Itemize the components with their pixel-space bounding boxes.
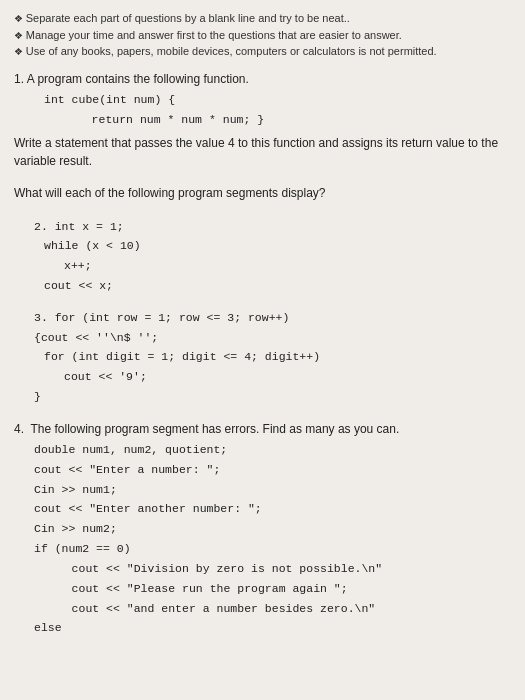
q4-line2: cout << "Enter a number: "; bbox=[34, 461, 511, 479]
q4-line1: double num1, num2, quotient; bbox=[34, 441, 511, 459]
instruction-1: Separate each part of questions by a bla… bbox=[14, 10, 511, 27]
seg3-line1: 3. for (int row = 1; row <= 3; row++) bbox=[34, 309, 511, 327]
q4-text: 4. The following program segment has err… bbox=[14, 420, 511, 439]
q1-code-line2: return num * num * num; } bbox=[64, 111, 511, 129]
q4-line3: Cin >> num1; bbox=[34, 481, 511, 499]
q2-text: What will each of the following program … bbox=[14, 184, 511, 203]
q1-code-line1: int cube(int num) { bbox=[44, 91, 511, 109]
q4-line9: cout << "and enter a number besides zero… bbox=[44, 600, 511, 618]
seg3-line5: } bbox=[34, 388, 511, 406]
q4-line10: else bbox=[34, 619, 511, 637]
seg2-line2: while (x < 10) bbox=[44, 237, 511, 255]
question-4: 4. The following program segment has err… bbox=[14, 420, 511, 637]
seg2-line1: 2. int x = 1; bbox=[34, 218, 511, 236]
question-1: 1. A program contains the following func… bbox=[14, 70, 511, 171]
seg2-line4: cout << x; bbox=[44, 277, 511, 295]
page-container: Separate each part of questions by a bla… bbox=[14, 10, 511, 637]
q1-followup: Write a statement that passes the value … bbox=[14, 134, 511, 170]
instruction-3: Use of any books, papers, mobile devices… bbox=[14, 43, 511, 60]
q4-line4: cout << "Enter another number: "; bbox=[34, 500, 511, 518]
q4-line7: cout << "Division by zero is not possibl… bbox=[44, 560, 511, 578]
q4-line8: cout << "Please run the program again "; bbox=[44, 580, 511, 598]
segment-3: 3. for (int row = 1; row <= 3; row++) {c… bbox=[14, 309, 511, 406]
seg3-line3: for (int digit = 1; digit <= 4; digit++) bbox=[44, 348, 511, 366]
segment-2: 2. int x = 1; while (x < 10) x++; cout <… bbox=[14, 218, 511, 295]
instructions-block: Separate each part of questions by a bla… bbox=[14, 10, 511, 60]
instruction-2: Manage your time and answer first to the… bbox=[14, 27, 511, 44]
seg2-line3: x++; bbox=[64, 257, 511, 275]
q1-text: 1. A program contains the following func… bbox=[14, 70, 511, 89]
seg3-line2: {cout << ''\n$ ''; bbox=[34, 329, 511, 347]
q4-line6: if (num2 == 0) bbox=[34, 540, 511, 558]
seg3-line4: cout << '9'; bbox=[64, 368, 511, 386]
q4-line5: Cin >> num2; bbox=[34, 520, 511, 538]
question-2-intro: What will each of the following program … bbox=[14, 184, 511, 203]
